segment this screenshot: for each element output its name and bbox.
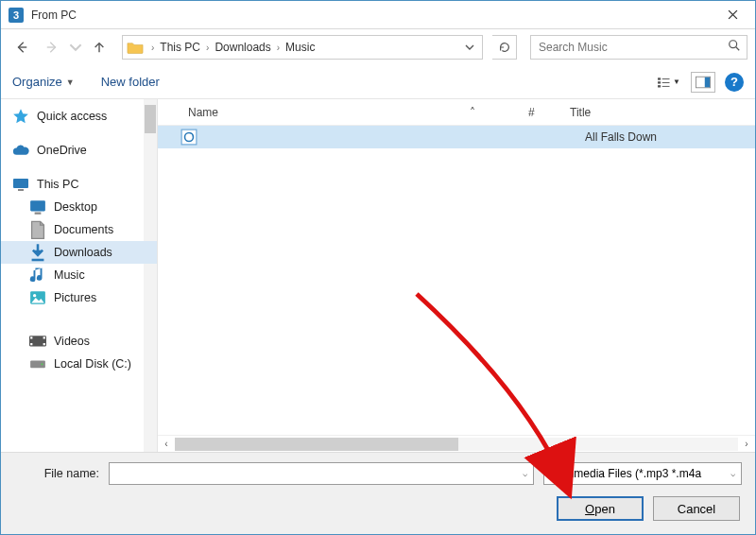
sidebar-item-desktop[interactable]: Desktop — [1, 196, 157, 218]
breadcrumb-dropdown[interactable] — [461, 43, 478, 52]
sidebar-item-music[interactable]: Music — [1, 264, 157, 286]
view-mode-button[interactable]: ▼ — [657, 72, 681, 93]
svg-rect-18 — [30, 343, 32, 345]
list-view-icon — [658, 76, 671, 89]
search-button[interactable] — [728, 39, 741, 56]
column-header-number[interactable]: # — [521, 106, 562, 119]
close-icon — [728, 9, 738, 20]
svg-point-15 — [33, 294, 36, 297]
sidebar-item-pictures[interactable]: Pictures — [1, 286, 157, 309]
file-type-filter[interactable]: Multimedia Files (*.mp3 *.m4a ⌵ — [543, 462, 742, 485]
app-icon: 3 — [9, 8, 24, 23]
nav-up-button[interactable] — [86, 34, 112, 60]
svg-rect-8 — [705, 77, 710, 87]
new-folder-button[interactable]: New folder — [101, 75, 160, 89]
nav-sidebar: Quick access OneDrive This PC — [1, 99, 158, 452]
svg-point-0 — [730, 41, 737, 48]
breadcrumb-item-music[interactable]: Music — [282, 41, 318, 54]
music-icon — [29, 268, 46, 283]
svg-rect-13 — [32, 258, 44, 261]
close-button[interactable] — [713, 2, 751, 28]
arrow-up-icon — [93, 41, 106, 54]
main-area: Quick access OneDrive This PC — [1, 99, 755, 452]
file-open-dialog: 3 From PC › This PC › Downloads › Mu — [0, 0, 756, 535]
chevron-down-icon — [69, 41, 82, 54]
svg-rect-19 — [43, 337, 45, 339]
svg-rect-12 — [35, 213, 42, 215]
sidebar-item-downloads[interactable]: Downloads — [1, 241, 157, 264]
file-name-field[interactable]: ⌵ — [109, 462, 534, 485]
svg-rect-11 — [30, 200, 45, 211]
navbar: › This PC › Downloads › Music — [1, 29, 755, 65]
titlebar: 3 From PC — [1, 1, 755, 29]
sidebar-label: OneDrive — [37, 144, 87, 157]
search-box[interactable] — [530, 35, 747, 60]
file-name-input[interactable] — [110, 467, 516, 480]
sort-indicator-icon: ˄ — [470, 106, 475, 119]
breadcrumb[interactable]: › This PC › Downloads › Music — [122, 35, 483, 60]
horizontal-scrollbar[interactable]: ‹ › — [158, 435, 755, 452]
sidebar-label: Downloads — [54, 246, 112, 259]
svg-rect-5 — [658, 85, 661, 87]
breadcrumb-item-downloads[interactable]: Downloads — [211, 41, 274, 54]
scroll-track[interactable] — [175, 438, 738, 451]
svg-rect-9 — [13, 179, 28, 188]
svg-rect-23 — [181, 129, 197, 145]
file-list[interactable]: All Falls Down — [158, 126, 755, 435]
picture-icon — [29, 290, 46, 305]
svg-rect-10 — [18, 189, 24, 191]
sidebar-item-local-disk[interactable]: Local Disk (C:) — [1, 353, 157, 375]
disk-icon — [29, 356, 46, 371]
open-button[interactable]: Open — [557, 496, 644, 521]
breadcrumb-item-this-pc[interactable]: This PC — [156, 41, 204, 54]
file-pane: Name ˄ # Title All Falls Down ‹ — [158, 99, 755, 452]
file-row[interactable]: All Falls Down — [158, 126, 755, 148]
cloud-icon — [12, 143, 29, 158]
sidebar-item-quick-access[interactable]: Quick access — [1, 105, 157, 128]
svg-rect-1 — [658, 78, 661, 79]
sidebar-item-onedrive[interactable]: OneDrive — [1, 139, 157, 162]
scroll-right-button[interactable]: › — [738, 439, 755, 449]
file-name-dropdown[interactable]: ⌵ — [516, 469, 533, 478]
sidebar-item-this-pc[interactable]: This PC — [1, 173, 157, 196]
sidebar-label: Documents — [54, 223, 113, 236]
refresh-button[interactable] — [492, 35, 517, 60]
svg-rect-4 — [662, 82, 670, 83]
toolbar: Organize ▼ New folder ▼ ? — [1, 65, 755, 99]
cancel-button[interactable]: Cancel — [653, 496, 740, 521]
preview-pane-button[interactable] — [691, 72, 715, 93]
scroll-thumb[interactable] — [175, 438, 458, 451]
sidebar-item-documents[interactable]: Documents — [1, 218, 157, 241]
preview-pane-icon — [696, 76, 711, 89]
svg-rect-17 — [30, 337, 32, 339]
audio-file-icon — [180, 129, 198, 145]
chevron-right-icon: › — [149, 43, 156, 53]
help-button[interactable]: ? — [725, 73, 744, 92]
nav-back-button[interactable] — [9, 34, 35, 60]
desktop-icon — [29, 199, 46, 215]
scroll-left-button[interactable]: ‹ — [158, 439, 175, 449]
nav-forward-button[interactable] — [39, 34, 65, 60]
chevron-right-icon: › — [204, 43, 211, 53]
column-header-name[interactable]: Name ˄ — [180, 106, 521, 119]
column-header-title[interactable]: Title — [562, 106, 755, 119]
sidebar-item-videos[interactable]: Videos — [1, 330, 157, 353]
search-icon — [728, 39, 741, 52]
svg-rect-3 — [658, 81, 661, 83]
chevron-down-icon: ⌵ — [730, 469, 735, 478]
nav-recent-dropdown[interactable] — [69, 34, 82, 60]
dialog-footer: File name: ⌵ Multimedia Files (*.mp3 *.m… — [1, 452, 755, 534]
download-icon — [29, 245, 46, 260]
column-headers: Name ˄ # Title — [158, 99, 755, 126]
svg-rect-6 — [662, 85, 670, 86]
chevron-down-icon — [465, 43, 474, 52]
view-controls: ▼ ? — [657, 72, 744, 93]
search-input[interactable] — [537, 40, 728, 55]
chevron-down-icon: ▼ — [66, 78, 75, 87]
chevron-right-icon: › — [275, 43, 282, 53]
sidebar-label: Quick access — [37, 110, 107, 123]
sidebar-label: Videos — [54, 335, 90, 348]
organize-button[interactable]: Organize ▼ — [12, 75, 75, 89]
svg-rect-2 — [662, 78, 670, 79]
file-cell-title: All Falls Down — [585, 130, 755, 144]
